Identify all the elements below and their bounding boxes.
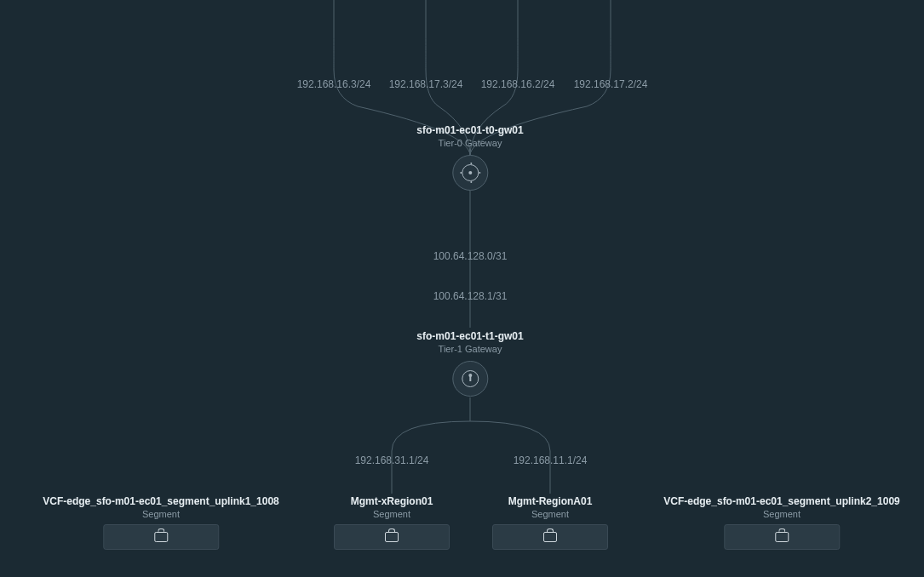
uplink-ip-1: 192.168.17.3/24 xyxy=(389,78,463,90)
uplink-ip-0: 192.168.16.3/24 xyxy=(297,78,371,90)
branch-ip-0: 192.168.31.1/24 xyxy=(355,454,429,466)
tier0-gateway-icon xyxy=(452,155,488,191)
segment-type: Segment xyxy=(663,509,899,519)
uplink-ip-3: 192.168.17.2/24 xyxy=(574,78,648,90)
tier-link-lower-ip: 100.64.128.1/31 xyxy=(433,290,508,302)
segment-icon xyxy=(154,532,168,542)
tier1-gateway-node[interactable]: sfo-m01-ec01-t1-gw01 Tier-1 Gateway xyxy=(416,330,523,397)
segment-icon xyxy=(543,532,557,542)
segment-icon xyxy=(385,532,399,542)
segment-type: Segment xyxy=(43,509,278,519)
tier0-name: sfo-m01-ec01-t0-gw01 xyxy=(416,124,523,136)
segment-node-0[interactable]: VCF-edge_sfo-m01-ec01_segment_uplink1_10… xyxy=(43,495,278,550)
segment-name: VCF-edge_sfo-m01-ec01_segment_uplink2_10… xyxy=(663,495,899,507)
segment-name: Mgmt-xRegion01 xyxy=(334,495,450,507)
branch-ip-1: 192.168.11.1/24 xyxy=(514,454,588,466)
tier-link-upper-ip: 100.64.128.0/31 xyxy=(433,250,508,262)
segment-type: Segment xyxy=(492,509,608,519)
segment-button[interactable] xyxy=(492,524,608,550)
segment-node-2[interactable]: Mgmt-RegionA01 Segment xyxy=(492,495,608,550)
tier0-type: Tier-0 Gateway xyxy=(416,138,523,148)
segment-node-1[interactable]: Mgmt-xRegion01 Segment xyxy=(334,495,450,550)
segment-name: VCF-edge_sfo-m01-ec01_segment_uplink1_10… xyxy=(43,495,278,507)
segment-type: Segment xyxy=(334,509,450,519)
tier0-gateway-node[interactable]: sfo-m01-ec01-t0-gw01 Tier-0 Gateway xyxy=(416,124,523,191)
segment-icon xyxy=(775,532,789,542)
segment-name: Mgmt-RegionA01 xyxy=(492,495,608,507)
segment-button[interactable] xyxy=(724,524,840,550)
segment-button[interactable] xyxy=(103,524,219,550)
uplink-ip-2: 192.168.16.2/24 xyxy=(481,78,555,90)
tier1-gateway-icon xyxy=(452,361,488,397)
tier1-type: Tier-1 Gateway xyxy=(416,344,523,354)
tier1-name: sfo-m01-ec01-t1-gw01 xyxy=(416,330,523,342)
segment-button[interactable] xyxy=(334,524,450,550)
segment-node-3[interactable]: VCF-edge_sfo-m01-ec01_segment_uplink2_10… xyxy=(663,495,899,550)
